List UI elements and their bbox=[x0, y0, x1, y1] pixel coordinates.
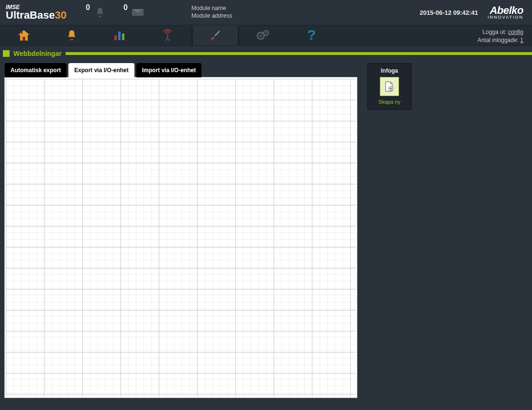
home-icon bbox=[17, 29, 31, 42]
module-name-label: Module name bbox=[191, 5, 232, 12]
screwdriver-icon bbox=[209, 29, 222, 42]
question-icon: ? bbox=[306, 28, 316, 43]
vendor-logo-small: INNOVATION bbox=[488, 15, 523, 19]
logged-in-label: Antal inloggade: bbox=[477, 37, 519, 43]
design-grid-canvas[interactable] bbox=[5, 77, 357, 398]
main-navbar: ? Logga ut: config Antal inloggade: 1 bbox=[0, 25, 532, 46]
main-content: Automatisk export Export via I/O-enhet I… bbox=[0, 58, 532, 398]
svg-rect-1 bbox=[21, 31, 22, 34]
insert-panel: Infoga Skapa ny bbox=[367, 63, 411, 110]
alert-count-group[interactable]: 0 bbox=[86, 5, 107, 20]
create-new-button[interactable] bbox=[380, 77, 399, 96]
nav-right-info: Logga ut: config Antal inloggade: 1 bbox=[477, 25, 532, 45]
envelope-icon bbox=[131, 5, 145, 20]
alert-count: 0 bbox=[86, 3, 90, 12]
nav-help[interactable]: ? bbox=[287, 25, 335, 45]
brand-bottom: UltraBase30 bbox=[6, 10, 66, 21]
nav-settings[interactable] bbox=[239, 25, 287, 45]
datetime: 2015-06-12 09:42:41 bbox=[420, 9, 478, 16]
mail-count-group[interactable]: 0 bbox=[123, 5, 145, 20]
vendor-logo: Abelko INNOVATION bbox=[488, 6, 523, 19]
nav-home[interactable] bbox=[0, 25, 48, 45]
header-bar: IMSE UltraBase30 0 0 Module name Module … bbox=[0, 0, 532, 25]
section-bar-tail bbox=[66, 52, 532, 55]
svg-point-12 bbox=[265, 32, 267, 34]
section-bar-marker bbox=[3, 50, 10, 57]
svg-point-5 bbox=[166, 33, 168, 35]
module-info: Module name Module address bbox=[191, 5, 232, 20]
brand-bottom-main: UltraBase bbox=[6, 9, 55, 21]
canvas-area: Automatisk export Export via I/O-enhet I… bbox=[5, 63, 359, 398]
brand-bottom-suffix: 30 bbox=[55, 9, 66, 21]
insert-panel-title: Infoga bbox=[370, 66, 409, 77]
header-counts: 0 0 bbox=[86, 5, 145, 20]
tab-export-io[interactable]: Export via I/O-enhet bbox=[68, 63, 134, 77]
svg-rect-2 bbox=[114, 35, 117, 40]
antenna-icon bbox=[161, 29, 174, 42]
svg-rect-0 bbox=[22, 37, 25, 41]
module-address-label: Module address bbox=[191, 12, 232, 20]
logout-user-link[interactable]: config bbox=[508, 29, 523, 35]
svg-point-10 bbox=[260, 35, 262, 37]
bar-chart-icon bbox=[113, 30, 126, 41]
logout-row: Logga ut: config bbox=[477, 28, 523, 36]
logout-label: Logga ut: bbox=[483, 29, 507, 35]
tabs-row: Automatisk export Export via I/O-enhet I… bbox=[5, 63, 359, 77]
logged-in-count-link[interactable]: 1 bbox=[520, 37, 523, 43]
logged-in-row: Antal inloggade: 1 bbox=[477, 36, 523, 44]
tab-import-io[interactable]: Import via I/O-enhet bbox=[136, 63, 202, 77]
nav-alerts[interactable] bbox=[48, 25, 96, 45]
create-new-label: Skapa ny bbox=[370, 99, 409, 105]
gears-icon bbox=[256, 29, 270, 42]
svg-rect-3 bbox=[118, 32, 121, 40]
bell-icon bbox=[66, 29, 78, 42]
bell-icon bbox=[93, 5, 107, 20]
nav-antenna[interactable] bbox=[144, 25, 191, 45]
nav-tools[interactable] bbox=[191, 25, 239, 45]
section-title: Webbdelningar bbox=[13, 50, 62, 57]
svg-point-8 bbox=[211, 39, 213, 41]
mail-count: 0 bbox=[123, 3, 128, 12]
svg-text:?: ? bbox=[307, 28, 316, 43]
new-document-icon bbox=[384, 81, 395, 92]
section-bar: Webbdelningar bbox=[0, 49, 532, 58]
svg-rect-4 bbox=[122, 33, 124, 40]
tab-auto-export[interactable]: Automatisk export bbox=[5, 63, 66, 77]
nav-charts[interactable] bbox=[96, 25, 144, 45]
product-brand: IMSE UltraBase30 bbox=[6, 4, 66, 21]
svg-rect-7 bbox=[214, 31, 220, 36]
